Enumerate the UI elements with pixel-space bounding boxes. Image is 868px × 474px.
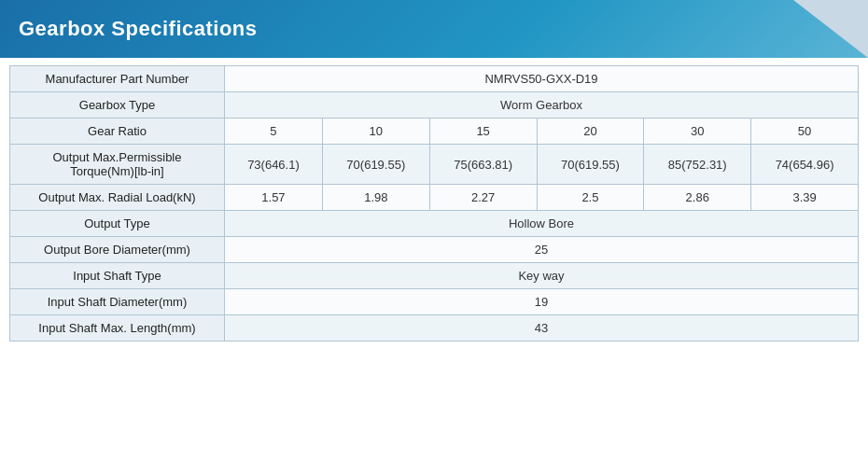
table-row: Output Max. Radial Load(kN) 1.57 1.98 2.…	[10, 185, 859, 211]
table-row: Gear Ratio 5 10 15 20 30 50	[10, 118, 859, 145]
value-gearbox-type: Worm Gearbox	[225, 92, 859, 118]
value-output-type: Hollow Bore	[225, 211, 859, 237]
label-input-shaft-diameter: Input Shaft Diameter(mm)	[10, 289, 225, 315]
value-gear-ratio-10: 10	[322, 118, 429, 145]
value-torque-5: 73(646.1)	[225, 145, 323, 185]
table-row: Input Shaft Type Key way	[10, 263, 859, 289]
value-input-shaft-max-length: 43	[225, 315, 859, 342]
label-input-shaft-type: Input Shaft Type	[10, 263, 225, 289]
table-row: Gearbox Type Worm Gearbox	[10, 92, 859, 118]
value-gear-ratio-5: 5	[225, 118, 323, 145]
table-row: Input Shaft Max. Length(mm) 43	[10, 315, 859, 342]
table-row: Output Type Hollow Bore	[10, 211, 859, 237]
value-torque-10: 70(619.55)	[322, 145, 429, 185]
value-radial-30: 2.86	[644, 185, 751, 211]
value-torque-30: 85(752.31)	[644, 145, 751, 185]
specs-table: Manufacturer Part Number NMRVS50-GXX-D19…	[9, 65, 859, 342]
value-gear-ratio-20: 20	[537, 118, 644, 145]
label-input-shaft-max-length: Input Shaft Max. Length(mm)	[10, 315, 225, 342]
label-output-bore-diameter: Output Bore Diameter(mm)	[10, 237, 225, 263]
table-row: Input Shaft Diameter(mm) 19	[10, 289, 859, 315]
page-title: Gearbox Specifications	[19, 17, 258, 41]
table-container: Manufacturer Part Number NMRVS50-GXX-D19…	[0, 58, 868, 349]
label-radial-load: Output Max. Radial Load(kN)	[10, 185, 225, 211]
value-gear-ratio-30: 30	[644, 118, 751, 145]
table-row: Manufacturer Part Number NMRVS50-GXX-D19	[10, 66, 859, 92]
value-radial-5: 1.57	[225, 185, 323, 211]
label-manufacturer-part-number: Manufacturer Part Number	[10, 66, 225, 92]
table-row: Output Max.Permissible Torque(Nm)[lb-in]…	[10, 145, 859, 185]
label-gear-ratio: Gear Ratio	[10, 118, 225, 145]
label-output-type: Output Type	[10, 211, 225, 237]
value-radial-15: 2.27	[429, 185, 537, 211]
header: Gearbox Specifications	[0, 0, 868, 58]
value-manufacturer-part-number: NMRVS50-GXX-D19	[225, 66, 859, 92]
page-wrapper: Gearbox Specifications Manufacturer Part…	[0, 0, 868, 474]
table-row: Output Bore Diameter(mm) 25	[10, 237, 859, 263]
value-input-shaft-diameter: 19	[225, 289, 859, 315]
value-torque-20: 70(619.55)	[537, 145, 644, 185]
value-output-bore-diameter: 25	[225, 237, 859, 263]
value-gear-ratio-50: 50	[751, 118, 859, 145]
value-torque-50: 74(654.96)	[751, 145, 859, 185]
label-gearbox-type: Gearbox Type	[10, 92, 225, 118]
value-input-shaft-type: Key way	[225, 263, 859, 289]
value-gear-ratio-15: 15	[429, 118, 537, 145]
value-radial-20: 2.5	[537, 185, 644, 211]
label-output-torque: Output Max.Permissible Torque(Nm)[lb-in]	[10, 145, 225, 185]
value-radial-50: 3.39	[751, 185, 859, 211]
value-radial-10: 1.98	[322, 185, 429, 211]
value-torque-15: 75(663.81)	[429, 145, 537, 185]
